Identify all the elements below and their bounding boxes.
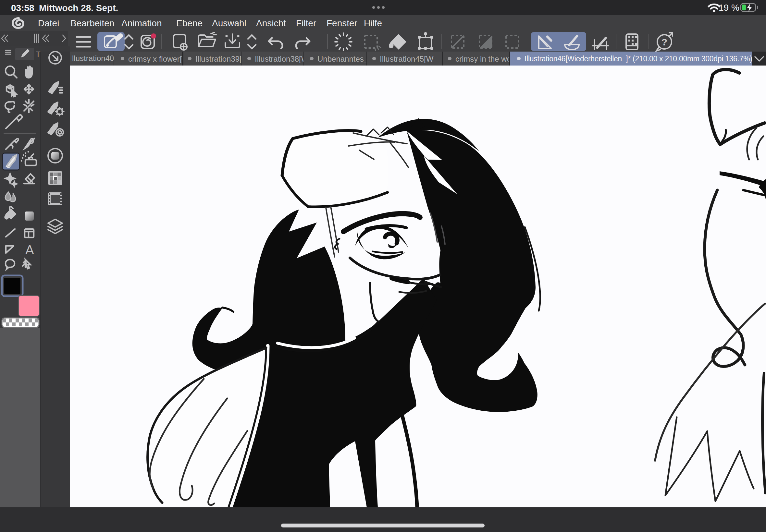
svg-text:A: A [25,243,34,257]
svg-text:19 %: 19 % [719,3,739,13]
svg-text:T: T [36,50,41,59]
svg-text:?: ? [662,37,667,47]
